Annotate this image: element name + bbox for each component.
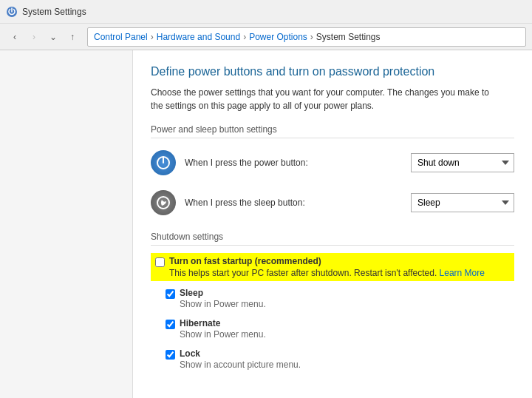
breadcrumb: Control Panel › Hardware and Sound › Pow… [87,27,526,47]
sleep-row: Sleep Show in Power menu. [166,286,514,311]
breadcrumb-hardware-sound[interactable]: Hardware and Sound [157,32,240,42]
hibernate-label-group: Hibernate Show in Power menu. [180,318,266,340]
power-icon [151,150,176,175]
lock-row: Lock Show in account picture menu. [166,346,514,372]
fast-startup-desc: This helps start your PC faster after sh… [169,268,485,278]
dropdown-button[interactable]: ⌄ [44,28,62,46]
breadcrumb-sep-1: › [151,32,154,42]
sleep-button-dropdown[interactable]: Do nothing Sleep Hibernate Shut down Tur… [411,193,514,212]
lock-checkbox[interactable] [166,350,175,360]
breadcrumb-control-panel[interactable]: Control Panel [94,32,148,42]
fast-startup-label-group: Turn on fast startup (recommended) This … [169,256,485,278]
learn-more-link[interactable]: Learn More [440,268,485,278]
page-title: Define power buttons and turn on passwor… [151,65,514,78]
lock-label: Lock [180,348,301,359]
lock-label-group: Lock Show in account picture menu. [180,348,301,370]
breadcrumb-sep-2: › [243,32,246,42]
power-button-row: When I press the power button: Do nothin… [151,146,514,180]
sleep-icon [151,190,176,215]
title-bar-text: System Settings [22,7,86,17]
shutdown-section-header: Shutdown settings [151,232,514,246]
shutdown-section: Shutdown settings Turn on fast startup (… [151,232,514,372]
breadcrumb-system-settings: System Settings [316,32,381,42]
fast-startup-checkbox[interactable] [155,257,165,267]
hibernate-label: Hibernate [180,318,266,328]
power-button-dropdown[interactable]: Do nothing Sleep Hibernate Shut down Tur… [411,153,514,172]
title-bar-icon [6,6,18,18]
breadcrumb-sep-3: › [310,32,313,42]
page-description: Choose the power settings that you want … [151,86,491,112]
sleep-sublabel: Show in Power menu. [180,299,266,309]
main-content: Define power buttons and turn on passwor… [0,50,532,398]
breadcrumb-power-options[interactable]: Power Options [249,32,307,42]
fast-startup-row: Turn on fast startup (recommended) This … [151,253,514,281]
sleep-indent: Sleep Show in Power menu. Hibernate Show… [166,286,514,372]
fast-startup-desc-text: This helps start your PC faster after sh… [169,268,437,278]
sleep-button-label: When I press the sleep button: [185,198,411,208]
fast-startup-label: Turn on fast startup (recommended) [169,256,485,266]
sleep-label-group: Sleep Show in Power menu. [180,288,266,309]
back-button[interactable]: ‹ [6,28,24,46]
title-bar: System Settings [0,0,532,24]
sleep-button-row: When I press the sleep button: Do nothin… [151,186,514,220]
lock-sublabel: Show in account picture menu. [180,360,301,370]
content-area: Define power buttons and turn on passwor… [133,50,532,398]
left-sidebar [0,50,133,398]
nav-bar: ‹ › ⌄ ↑ Control Panel › Hardware and Sou… [0,24,532,50]
hibernate-row: Hibernate Show in Power menu. [166,316,514,342]
hibernate-checkbox[interactable] [166,320,175,329]
hibernate-sublabel: Show in Power menu. [180,329,266,340]
sleep-label: Sleep [180,288,266,298]
power-button-label: When I press the power button: [185,158,411,168]
up-button[interactable]: ↑ [64,28,81,46]
sleep-checkbox[interactable] [166,289,175,299]
power-button-section-header: Power and sleep button settings [151,124,514,138]
forward-button[interactable]: › [25,28,43,46]
